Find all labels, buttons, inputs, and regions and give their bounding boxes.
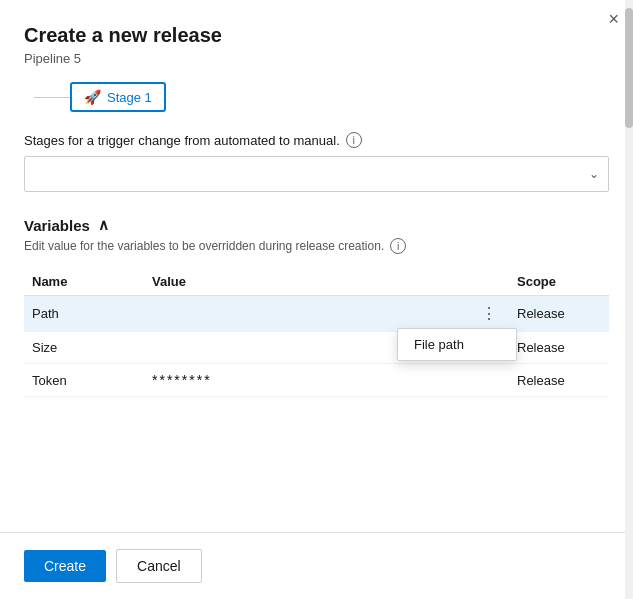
col-header-name: Name (24, 268, 144, 296)
variables-table: Name Value Scope Path ⋮ (24, 268, 609, 397)
col-header-value: Value (144, 268, 469, 296)
dialog-footer: Create Cancel (0, 532, 633, 599)
col-header-actions (469, 268, 509, 296)
context-menu-item-filepath[interactable]: File path (398, 329, 516, 360)
row-name-token: Token (24, 364, 144, 397)
variables-title: Variables (24, 217, 90, 234)
row-actions-token (469, 364, 509, 397)
row-name-size: Size (24, 332, 144, 364)
table-header: Name Value Scope (24, 268, 609, 296)
stage-area: 🚀 Stage 1 (24, 82, 609, 112)
scrollbar-track[interactable] (625, 0, 633, 599)
context-menu: File path (397, 328, 517, 361)
stage-box[interactable]: 🚀 Stage 1 (70, 82, 166, 112)
stage-line (34, 97, 70, 98)
pipeline-label: Pipeline 5 (24, 51, 609, 66)
password-value: ******** (152, 372, 212, 388)
collapse-icon[interactable]: ∧ (98, 216, 109, 234)
cancel-button[interactable]: Cancel (116, 549, 202, 583)
scrollbar-thumb[interactable] (625, 8, 633, 128)
stage-icon: 🚀 (84, 89, 101, 105)
variables-desc: Edit value for the variables to be overr… (24, 238, 609, 254)
row-value-token[interactable]: ******** (144, 364, 469, 397)
close-button[interactable]: × (608, 10, 619, 28)
col-header-scope: Scope (509, 268, 609, 296)
trigger-description: Stages for a trigger change from automat… (24, 132, 609, 148)
more-options-button[interactable]: ⋮ (477, 303, 501, 324)
row-scope-size: Release (509, 332, 609, 364)
row-name-path: Path (24, 296, 144, 332)
variables-section: Variables ∧ Edit value for the variables… (24, 216, 609, 397)
dialog-body: Create a new release Pipeline 5 🚀 Stage … (0, 0, 633, 532)
row-value-path[interactable] (144, 296, 469, 332)
variables-info-icon[interactable]: i (390, 238, 406, 254)
table-row: Size Release (24, 332, 609, 364)
stage-label: Stage 1 (107, 90, 152, 105)
variables-header: Variables ∧ (24, 216, 609, 234)
stage-dropdown-wrapper: ⌄ (24, 156, 609, 192)
row-scope-token: Release (509, 364, 609, 397)
trigger-info-icon[interactable]: i (346, 132, 362, 148)
context-menu-wrapper: ⋮ File path (477, 304, 501, 323)
row-scope-path: Release (509, 296, 609, 332)
stage-dropdown[interactable] (24, 156, 609, 192)
row-actions-path: ⋮ File path (469, 296, 509, 332)
table-body: Path ⋮ File path Release (24, 296, 609, 397)
table-row: Path ⋮ File path Release (24, 296, 609, 332)
table-row: Token ******** Release (24, 364, 609, 397)
dialog-title: Create a new release (24, 24, 609, 47)
create-release-dialog: × Create a new release Pipeline 5 🚀 Stag… (0, 0, 633, 599)
create-button[interactable]: Create (24, 550, 106, 582)
